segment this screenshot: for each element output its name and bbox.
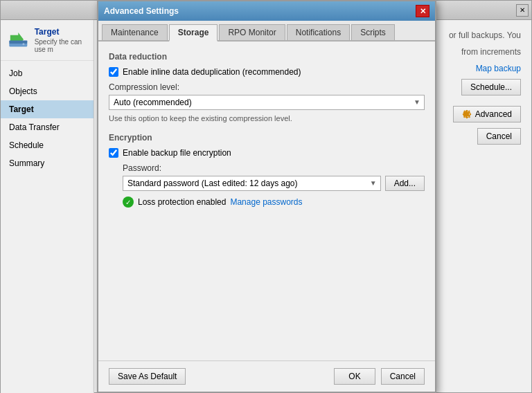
ok-button[interactable]: OK	[334, 368, 375, 385]
password-row: Standard password (Last edited: 12 days …	[123, 176, 425, 191]
tab-storage[interactable]: Storage	[169, 24, 218, 42]
svg-rect-7	[466, 110, 468, 111]
dialog-content: Data reduction Enable inline data dedupl…	[98, 42, 435, 360]
sidebar-header-text: Target Specify the can use m	[35, 27, 87, 53]
status-row: ✓ Loss protection enabled Manage passwor…	[123, 196, 425, 208]
password-dropdown[interactable]: Standard password (Last edited: 12 days …	[123, 176, 381, 191]
save-default-button[interactable]: Save As Default	[109, 368, 186, 385]
sidebar-item-schedule[interactable]: Schedule	[1, 136, 94, 154]
tab-scripts[interactable]: Scripts	[351, 24, 395, 40]
cancel-button[interactable]: Cancel	[381, 368, 425, 385]
gear-icon	[462, 109, 472, 119]
sidebar-desc: Specify the can use m	[35, 38, 87, 53]
data-reduction-header: Data reduction	[109, 52, 425, 62]
sidebar: Target Specify the can use m Job Objects…	[1, 20, 94, 393]
bg-close-button[interactable]: ✕	[516, 4, 529, 17]
encryption-label[interactable]: Enable backup file encryption	[123, 148, 231, 158]
dialog-title: Advanced Settings	[104, 6, 179, 16]
encryption-row: Enable backup file encryption	[109, 148, 425, 158]
sidebar-item-objects[interactable]: Objects	[1, 82, 94, 100]
encryption-section: Encryption Enable backup file encryption…	[109, 133, 425, 208]
password-dropdown-wrapper: Standard password (Last edited: 12 days …	[123, 176, 381, 191]
compression-hint: Use this option to keep the existing com…	[109, 114, 425, 122]
svg-rect-13	[468, 116, 470, 118]
compression-level-dropdown[interactable]: Auto (recommended) None Dedupe-friendly …	[109, 95, 425, 110]
sidebar-title: Target	[35, 27, 87, 37]
main-cancel-button[interactable]: Cancel	[477, 128, 521, 145]
deduplication-checkbox[interactable]	[109, 67, 118, 77]
add-password-button[interactable]: Add...	[385, 176, 425, 191]
target-icon	[8, 27, 29, 51]
status-text: Loss protection enabled	[138, 197, 226, 207]
dialog-titlebar: Advanced Settings ✕	[98, 1, 435, 21]
advanced-button[interactable]: Advanced	[453, 106, 521, 122]
advanced-label: Advanced	[475, 109, 512, 119]
sidebar-item-target[interactable]: Target	[1, 100, 94, 118]
dialog-tabs: Maintenance Storage RPO Monitor Notifica…	[98, 21, 435, 42]
dialog-close-button[interactable]: ✕	[416, 5, 429, 17]
encryption-header: Encryption	[109, 133, 425, 143]
deduplication-row: Enable inline data deduplication (recomm…	[109, 67, 425, 77]
sidebar-nav: Job Objects Target Data Transfer Schedul…	[1, 64, 94, 172]
dialog-footer: Save As Default OK Cancel	[98, 360, 435, 392]
tab-maintenance[interactable]: Maintenance	[102, 24, 168, 40]
sidebar-item-data-transfer[interactable]: Data Transfer	[1, 118, 94, 136]
svg-rect-9	[470, 113, 471, 115]
encryption-checkbox[interactable]	[109, 148, 118, 158]
manage-passwords-link[interactable]: Manage passwords	[230, 197, 302, 207]
svg-rect-2	[9, 40, 27, 44]
compression-level-label: Compression level:	[109, 82, 425, 92]
password-label: Password:	[123, 163, 425, 173]
sidebar-header: Target Specify the can use m	[1, 20, 94, 61]
deduplication-label[interactable]: Enable inline data deduplication (recomm…	[123, 67, 301, 77]
tab-rpo-monitor[interactable]: RPO Monitor	[219, 24, 285, 40]
loss-protection-icon: ✓	[123, 196, 134, 208]
svg-point-3	[22, 43, 24, 45]
svg-rect-10	[463, 113, 464, 115]
sidebar-item-job[interactable]: Job	[1, 64, 94, 82]
advanced-settings-dialog: Advanced Settings ✕ Maintenance Storage …	[97, 0, 436, 393]
svg-rect-8	[466, 117, 468, 118]
tab-notifications[interactable]: Notifications	[287, 24, 350, 40]
sidebar-item-summary[interactable]: Summary	[1, 154, 94, 172]
footer-right-buttons: OK Cancel	[334, 368, 425, 385]
schedule-button[interactable]: Schedule...	[461, 79, 521, 95]
